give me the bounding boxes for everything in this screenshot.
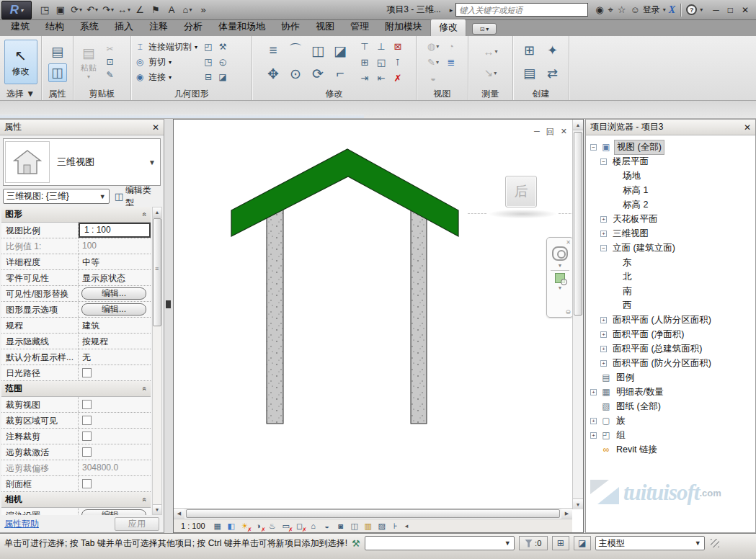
expand-icon[interactable]: + (590, 418, 597, 424)
instance-selector[interactable]: 三维视图: {三维} ▼ (3, 189, 110, 204)
create-assembly-icon[interactable]: ⇄ (542, 63, 564, 84)
properties-scrollbar-thumb[interactable] (153, 218, 161, 326)
canvas-horizontal-scrollbar[interactable]: ◀ ▶ (174, 508, 572, 519)
help-arrow-icon[interactable]: ▾ (700, 6, 703, 13)
checkbox[interactable] (82, 400, 92, 409)
panel-label-select[interactable]: 选择 ▼ (0, 88, 41, 100)
tree-item-label[interactable]: 组 (614, 429, 628, 442)
match-type-properties-icon[interactable]: ✎ (104, 70, 116, 81)
ribbon-collapse-button[interactable]: ⊡▾ (472, 23, 497, 35)
user-icon[interactable]: ☺ (631, 4, 640, 15)
tree-item-label[interactable]: Revit 链接 (614, 443, 659, 457)
tree-item-面积平面(人防分区面积)[interactable]: +面积平面 (人防分区面积) (590, 313, 755, 327)
tree-item-label[interactable]: 标高 2 (621, 198, 650, 212)
splitter-grabber[interactable] (166, 300, 171, 308)
application-menu-button[interactable]: R▾ (1, 1, 32, 19)
temporary-view-properties-icon[interactable]: ▥ (363, 521, 374, 532)
view-close-icon[interactable]: ✕ (561, 127, 567, 138)
measure-along-element-icon[interactable]: ↘▾ (477, 62, 504, 84)
navigation-bar[interactable]: ✕ ▼ ▼ ⊖ (546, 237, 574, 318)
dropdown-arrow-icon[interactable]: ▾ (79, 6, 82, 13)
beam-column-joins-button[interactable]: ⌶连接端切割▾ (134, 40, 197, 53)
apply-button[interactable]: 应用 (115, 517, 159, 531)
property-value-cell[interactable] (78, 397, 151, 412)
tree-item-label[interactable]: 面积平面 (人防分区面积) (610, 313, 713, 327)
shadows-icon[interactable]: ◑✗ (253, 521, 264, 532)
tree-item-label[interactable]: 三维视图 (610, 227, 651, 241)
edit-type-button[interactable]: ◫ 编辑类型 (112, 189, 161, 204)
tree-item-东[interactable]: 东 (590, 255, 755, 269)
tab-视图[interactable]: 视图 (308, 19, 342, 36)
navbar-collapse-icon[interactable]: ⊖ (565, 308, 571, 316)
legend-component-icon[interactable]: ⊞ (519, 40, 541, 61)
tree-item-西[interactable]: 西 (590, 298, 755, 313)
default-3d-view-icon[interactable]: ⌂▾ (180, 3, 195, 17)
worksharing-display-icon[interactable]: ◫ (349, 521, 360, 532)
property-value[interactable]: 按规程 (78, 334, 151, 349)
tab-建筑[interactable]: 建筑 (3, 19, 37, 36)
dropdown-arrow-icon[interactable]: ▾ (128, 6, 130, 13)
wheel-dropdown-icon[interactable]: ▼ (558, 263, 563, 268)
sync-with-central-icon[interactable]: ⟳▾ (69, 3, 84, 17)
expand-icon[interactable]: + (600, 216, 607, 223)
communication-center-icon[interactable]: ⌖ (608, 4, 613, 16)
collapse-icon[interactable]: − (600, 245, 607, 251)
canvas-scroll-down-icon[interactable]: ▼ (573, 498, 583, 509)
tree-item-label[interactable]: 面积平面 (总建筑面积) (610, 342, 704, 356)
property-section-header[interactable]: 范围« (1, 381, 151, 397)
drawing-area[interactable]: ─ 回 ✕ 后 ✕ ▼ ▼ ⊖ ▲ ▼ ◀ ▶ 1 : 100 (173, 119, 584, 533)
crop-region-visible-icon[interactable]: ◻✗ (294, 521, 306, 532)
tree-item-label[interactable]: 天花板平面 (610, 213, 660, 226)
properties-close-icon[interactable]: ✕ (152, 122, 159, 133)
scroll-down-icon[interactable]: ▼ (153, 504, 161, 514)
property-value[interactable]: 显示原状态 (78, 270, 151, 285)
analytical-model-icon[interactable]: ▨ (376, 521, 388, 532)
type-selector[interactable]: 三维视图 ▼ (3, 138, 161, 186)
canvas-scroll-right-icon[interactable]: ▶ (561, 509, 572, 519)
expand-icon[interactable]: + (600, 346, 607, 352)
property-section-header[interactable]: 图形« (1, 207, 151, 223)
mirror-pick-axis-icon[interactable]: ⇥ (357, 71, 373, 86)
paint-icon[interactable]: ◵ (216, 55, 229, 69)
dropdown-arrow-icon[interactable]: ▾ (111, 6, 114, 13)
tree-item-标高2[interactable]: 标高 2 (590, 197, 755, 212)
collapse-chevron-icon[interactable]: « (141, 387, 149, 391)
visual-style-icon[interactable]: ◧ (226, 521, 237, 532)
tab-管理[interactable]: 管理 (342, 19, 377, 36)
tree-item-Revit链接[interactable]: ∞Revit 链接 (590, 442, 755, 457)
split-with-gap-icon[interactable]: ⊥ (373, 39, 389, 54)
checkbox[interactable] (82, 416, 92, 425)
tree-item-标高1[interactable]: 标高 1 (590, 183, 755, 197)
selection-filter-button[interactable]: :0 (519, 536, 548, 550)
canvas-scroll-up-icon[interactable]: ▲ (573, 120, 583, 130)
temporary-hide-isolate-icon[interactable]: ◒ (321, 521, 333, 532)
copy-to-clipboard-icon[interactable]: ⊡ (104, 57, 116, 68)
tab-结构[interactable]: 结构 (37, 19, 72, 36)
project-browser-header[interactable]: 项目浏览器 - 项目3 ✕ (586, 120, 755, 135)
property-value-cell[interactable] (78, 444, 151, 460)
tab-插入[interactable]: 插入 (107, 19, 141, 36)
dropdown-arrow-icon[interactable]: ▾ (494, 48, 497, 55)
property-value[interactable]: 建筑 (78, 318, 151, 333)
sun-path-icon[interactable]: ☀✗ (239, 521, 251, 532)
lightbulb-icon[interactable]: ◍▾ (424, 39, 442, 54)
edit-button[interactable]: 编辑... (81, 287, 146, 300)
dropdown-arrow-icon[interactable]: ▾ (169, 59, 172, 66)
create-similar-icon[interactable]: ✦ (542, 40, 564, 61)
paste-button[interactable]: ▤ 粘贴 ▾ (76, 44, 101, 80)
exclude-options-button[interactable]: ◪ (574, 536, 591, 550)
resize-grip[interactable] (711, 539, 719, 547)
dropdown-arrow-icon[interactable]: ▾ (189, 6, 192, 13)
tree-item-label[interactable]: 东 (621, 256, 634, 269)
cope-icon[interactable]: ◪ (216, 71, 229, 84)
tree-item-面积平面(防火分区面积)[interactable]: +面积平面 (防火分区面积) (590, 356, 755, 370)
property-value[interactable]: 无 (78, 349, 151, 365)
tree-item-面积平面(净面积)[interactable]: +面积平面 (净面积) (590, 327, 755, 341)
save-icon[interactable]: ▣ (53, 3, 68, 17)
checkbox[interactable] (82, 368, 92, 377)
collapse-chevron-icon[interactable]: « (141, 498, 149, 502)
viewbar-collapse-icon[interactable]: ◂ (405, 522, 409, 529)
tree-item-label[interactable]: 面积平面 (防火分区面积) (610, 357, 713, 370)
property-value-cell[interactable]: 编辑... (78, 302, 151, 317)
tree-item-label[interactable]: 图例 (614, 371, 636, 385)
